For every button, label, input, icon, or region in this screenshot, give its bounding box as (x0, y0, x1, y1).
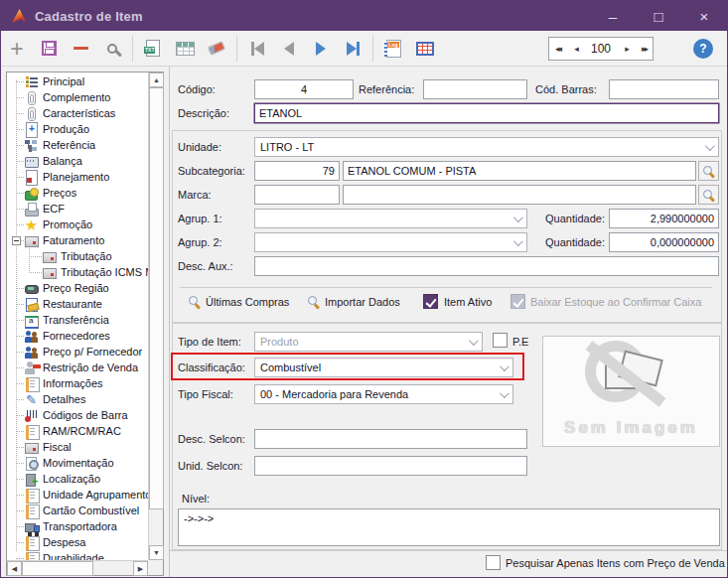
next-record-icon (316, 42, 326, 56)
sidebar-item-ram-rcm-rac[interactable]: RAM/RCM/RAC (7, 423, 148, 439)
sidebar-item-fiscal[interactable]: Fiscal (7, 439, 148, 455)
log-button[interactable] (377, 34, 409, 64)
app-logo-icon (11, 8, 27, 24)
sidebar-item-referencia[interactable]: Referência (7, 137, 148, 153)
last-record-icon (347, 42, 357, 56)
txt-file-icon (146, 40, 160, 57)
table-edit-button[interactable] (409, 34, 441, 64)
sidebar-item-movimentacao[interactable]: Movimentação (7, 455, 148, 471)
desc-selcon-input[interactable] (254, 429, 527, 449)
add-button[interactable]: + (1, 34, 33, 64)
sidebar-item-transferencia[interactable]: Transferência (7, 312, 148, 328)
subcategoria-desc-input[interactable] (343, 161, 696, 181)
sidebar-item-cartao-combustivel[interactable]: Cartão Combustível (7, 503, 148, 518)
close-button[interactable]: × (681, 1, 727, 31)
search-button[interactable] (96, 34, 128, 64)
codigo-input[interactable] (254, 79, 354, 99)
agrup2-select[interactable] (254, 232, 527, 252)
spinner-prev-button[interactable]: ◂ (574, 44, 577, 54)
quantidade1-input[interactable] (609, 209, 719, 228)
unidade-select[interactable]: LITRO - LT (254, 137, 719, 157)
minimize-button[interactable]: – (590, 1, 636, 31)
sidebar-item-planejamento[interactable]: Planejamento (7, 169, 148, 185)
sidebar-item-restaurante[interactable]: Restaurante (7, 296, 148, 312)
grid-view-button[interactable] (169, 34, 201, 64)
ultimas-compras-button[interactable]: Últimas Compras (188, 295, 289, 308)
scroll-left-arrow-icon[interactable]: ◀ (7, 561, 22, 576)
sidebar-item-producao[interactable]: Produção (7, 121, 148, 137)
pe-checkbox[interactable] (493, 333, 508, 348)
sidebar-item-balanca[interactable]: Balança (7, 153, 148, 169)
scroll-right-arrow-icon[interactable]: ▶ (133, 561, 148, 576)
sidebar-item-faturamento[interactable]: Faturamento (7, 232, 148, 248)
referencia-input[interactable] (423, 79, 527, 99)
sidebar-item-preco-fornecedor[interactable]: Preço p/ Fornecedor (7, 344, 148, 360)
quantidade2-input[interactable] (609, 232, 719, 252)
save-button[interactable] (33, 34, 65, 64)
plus-icon: + (10, 39, 23, 59)
unidade-label: Unidade: (178, 141, 221, 153)
sidebar-item-fornecedores[interactable]: Fornecedores (7, 328, 148, 344)
sidebar-item-despesa[interactable]: Despesa (7, 534, 148, 550)
sidebar-item-preco-regiao[interactable]: Preço Região (7, 280, 148, 296)
sidebar-item-unidade-agrupamento[interactable]: Unidade Agrupamento (7, 487, 148, 503)
sidebar-item-promocao[interactable]: ★Promoção (7, 217, 148, 232)
sem-imagem-text: Sem Imagem (543, 418, 719, 438)
subcategoria-lookup-button[interactable] (698, 161, 719, 181)
sidebar-item-detalhes[interactable]: ✎Detalhes (7, 391, 148, 407)
desc-aux-input[interactable] (254, 256, 719, 276)
sidebar-item-informacoes[interactable]: Informações (7, 375, 148, 391)
cod-barras-label: Cód. Barras: (535, 83, 597, 95)
sidebar-item-codigos-de-barra[interactable]: Códigos de Barra (7, 407, 148, 423)
classificacao-select[interactable]: Combustível (254, 358, 513, 377)
subcategoria-code-input[interactable] (254, 161, 340, 181)
sidebar-item-transportadora[interactable]: Transportadora (7, 518, 148, 534)
marca-code-input[interactable] (254, 185, 340, 205)
scroll-down-arrow-icon[interactable]: ▼ (149, 545, 164, 560)
nav-previous-button[interactable] (273, 34, 305, 64)
sidebar-item-durabilidade[interactable]: Durabilidade (7, 550, 148, 560)
export-txt-button[interactable] (137, 34, 169, 64)
help-button[interactable]: ? (693, 39, 713, 59)
sidebar-item-caracteristicas[interactable]: Características (7, 105, 148, 121)
search-icon (107, 44, 117, 54)
agrup1-select[interactable] (254, 209, 527, 228)
vertical-scroll-thumb[interactable] (149, 87, 164, 509)
desc-selcon-label: Desc. Selcon: (178, 433, 245, 445)
spinner-value[interactable]: 100 (591, 42, 611, 56)
pesquisar-apenas-checkbox[interactable] (486, 555, 501, 570)
nav-first-button[interactable] (241, 34, 273, 64)
marca-desc-input[interactable] (343, 185, 696, 205)
spinner-first-button[interactable]: ◂◂ (555, 44, 560, 54)
delete-button[interactable] (65, 34, 96, 64)
spinner-next-button[interactable]: ▸ (625, 44, 628, 54)
nav-last-button[interactable] (337, 34, 368, 64)
toolbar-separator (372, 36, 373, 62)
sidebar-item-tributacao-icms[interactable]: Tributação ICMS M (7, 264, 148, 280)
sidebar-item-ecf[interactable]: ECF (7, 201, 148, 217)
unid-selcon-input[interactable] (254, 456, 527, 476)
scroll-up-arrow-icon[interactable]: ▲ (149, 72, 164, 87)
paperclip-icon (24, 106, 39, 121)
clear-button[interactable] (201, 34, 232, 64)
sidebar-item-precos[interactable]: Preços (7, 185, 148, 201)
toolbar-separator (132, 36, 133, 62)
collapse-expander-icon[interactable] (12, 236, 21, 245)
tipo-fiscal-select[interactable]: 00 - Mercadoria para Revenda (254, 384, 513, 404)
sidebar-item-tributacao[interactable]: Tributação (7, 248, 148, 264)
sidebar-item-restricao-venda[interactable]: Restrição de Venda (7, 360, 148, 375)
nav-next-button[interactable] (305, 34, 337, 64)
cod-barras-input[interactable] (609, 79, 719, 99)
sidebar-item-principal[interactable]: Principal (7, 73, 148, 89)
importar-dados-button[interactable]: Importar Dados (307, 295, 400, 308)
sidebar-item-localizacao[interactable]: Localização (7, 471, 148, 487)
item-ativo-checkbox[interactable] (423, 294, 438, 309)
spinner-last-button[interactable]: ▸▸ (642, 44, 647, 54)
maximize-button[interactable]: □ (636, 1, 681, 31)
horizontal-scroll-thumb[interactable] (22, 561, 93, 576)
descricao-input[interactable] (254, 103, 719, 123)
marca-lookup-button[interactable] (698, 185, 719, 205)
tree-vertical-scrollbar[interactable]: ▲ ▼ (148, 72, 163, 560)
tree-horizontal-scrollbar[interactable]: ◀ ▶ (7, 560, 148, 575)
sidebar-item-complemento[interactable]: Complemento (7, 89, 148, 105)
